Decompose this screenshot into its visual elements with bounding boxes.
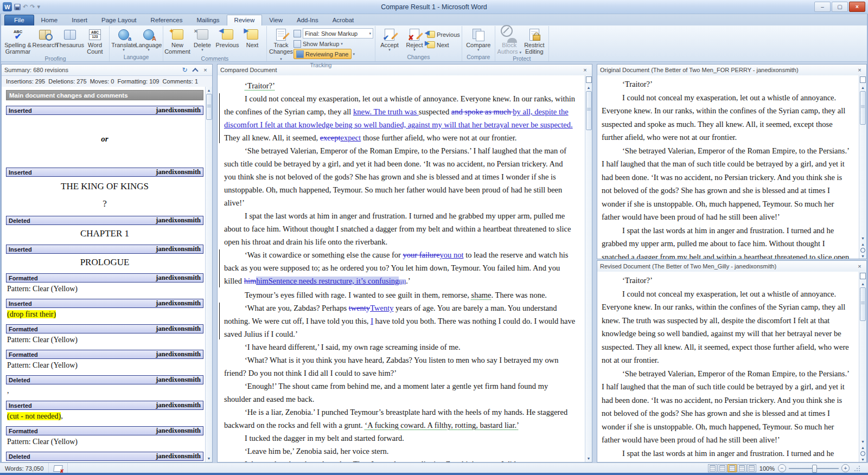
scrollbar-thumb[interactable] <box>860 91 866 125</box>
zoom-in-button[interactable]: + <box>841 464 850 472</box>
compare-button[interactable]: Compare ▾ <box>464 27 493 52</box>
scroll-down-icon[interactable]: ▼ <box>585 455 592 462</box>
tab-mailings[interactable]: Mailings <box>189 15 226 25</box>
proofing-status[interactable] <box>49 463 68 473</box>
print-layout-view-button[interactable] <box>708 464 717 472</box>
scroll-down-icon[interactable]: ▼ <box>859 438 866 445</box>
display-for-review-combo[interactable]: Final: Show Markup ▾ <box>303 28 373 38</box>
revision-item[interactable]: InsertedjanedixonsmithTHE KING OF KINGS? <box>6 168 203 209</box>
tab-home[interactable]: Home <box>34 15 65 25</box>
tab-acrobat[interactable]: Acrobat <box>326 15 361 25</box>
tab-review[interactable]: Review <box>227 15 263 25</box>
browse-object-icon[interactable] <box>860 273 866 279</box>
new-comment-button[interactable]: ✦ New Comment <box>165 27 190 55</box>
undo-icon[interactable]: ↶ <box>23 4 28 10</box>
resize-grip[interactable] <box>854 465 860 472</box>
research-button[interactable]: Research <box>33 27 58 49</box>
summary-close-icon[interactable]: × <box>201 66 209 74</box>
revision-item[interactable]: FormattedjanedixonsmithPattern: Clear (Y… <box>6 426 203 446</box>
maximize-button[interactable]: ▢ <box>832 2 848 12</box>
scrollbar-thumb[interactable] <box>586 91 592 130</box>
scrollbar-thumb[interactable] <box>860 287 866 321</box>
translate-button[interactable]: a Translate ▾ <box>111 27 136 52</box>
revision-item[interactable]: FormattedjanedixonsmithPattern: Clear (Y… <box>6 350 203 370</box>
tab-page-layout[interactable]: Page Layout <box>94 15 144 25</box>
reviewing-pane-button[interactable]: Reviewing Pane ▾ <box>293 49 373 59</box>
revision-item[interactable]: Deletedjanedixonsmith, <box>6 375 203 395</box>
revised-scrollbar[interactable]: ▲ ▼ ▲ ▼ <box>859 272 866 462</box>
tab-add-ins[interactable]: Add-Ins <box>290 15 326 25</box>
previous-change-button[interactable]: ◀ Previous <box>427 30 460 39</box>
scroll-down-icon[interactable]: ▼ <box>859 235 866 242</box>
tab-file[interactable]: File <box>4 15 34 25</box>
block-authors-button[interactable]: Block Authors ▾ <box>497 27 522 55</box>
revision-item[interactable]: DeletedjanedixonsmithCHAPTER 1 <box>6 216 203 239</box>
select-browse-object-icon[interactable] <box>860 451 865 456</box>
spelling-grammar-button[interactable]: ABC ✔ Spelling & Grammar <box>3 27 33 55</box>
refresh-icon[interactable]: ↻ <box>181 66 189 74</box>
compared-document-body[interactable]: ‘Traitor?’I could not conceal my exasper… <box>218 75 585 462</box>
minimize-button[interactable]: – <box>814 2 831 12</box>
next-comment-button[interactable]: ▶ Next <box>240 27 265 49</box>
close-button[interactable]: × <box>849 2 865 12</box>
scroll-up-icon[interactable]: ▲ <box>206 87 213 94</box>
group-language: a Translate ▾ A Language ▾ Language <box>110 26 163 61</box>
scroll-up-icon[interactable]: ▲ <box>859 280 866 287</box>
previous-page-icon[interactable]: ▲ <box>859 445 866 450</box>
next-page-icon[interactable]: ▼ <box>859 254 866 259</box>
zoom-slider-thumb[interactable] <box>812 465 817 473</box>
zoom-out-button[interactable]: − <box>778 464 786 472</box>
scroll-down-icon[interactable]: ▼ <box>206 455 213 462</box>
summary-scrollbar[interactable]: ▲ ▼ <box>205 87 212 462</box>
web-layout-view-button[interactable] <box>727 464 737 472</box>
revised-document-body[interactable]: ‘Traitor?’I could not conceal my exasper… <box>597 272 859 462</box>
full-screen-reading-view-button[interactable] <box>718 464 727 472</box>
save-icon[interactable] <box>14 4 21 10</box>
revision-item[interactable]: Insertedjanedixonsmithor <box>6 106 203 162</box>
scroll-up-icon[interactable]: ▲ <box>859 84 866 91</box>
qat-dropdown-icon[interactable]: ▾ <box>37 4 40 10</box>
track-changes-button[interactable]: Track Changes ▾ <box>269 27 293 62</box>
zoom-slider[interactable] <box>789 468 839 469</box>
original-document-body[interactable]: ‘Traitor?’I could not conceal my exasper… <box>597 75 859 259</box>
restrict-editing-button[interactable]: Restrict Editing <box>522 27 547 55</box>
word-logo-icon[interactable]: W <box>3 2 12 11</box>
reject-button[interactable]: ✘ Reject ▾ <box>402 27 427 52</box>
browse-object-icon[interactable] <box>586 76 592 83</box>
accept-button[interactable]: ✔ Accept ▾ <box>377 27 402 52</box>
scrollbar-thumb[interactable] <box>206 94 212 120</box>
show-markup-button[interactable]: Show Markup ▾ <box>293 39 373 48</box>
revision-item[interactable]: FormattedjanedixonsmithPattern: Clear (Y… <box>6 273 203 293</box>
draft-view-button[interactable] <box>747 464 756 472</box>
language-button[interactable]: A Language ▾ <box>136 27 161 52</box>
revision-item[interactable]: Deletedjanedixonsmith. <box>6 452 203 462</box>
tab-references[interactable]: References <box>144 15 190 25</box>
word-count-button[interactable]: ABC123 Word Count <box>82 27 107 55</box>
original-close-icon[interactable]: × <box>856 66 864 74</box>
delete-comment-button[interactable]: × Delete ▾ <box>190 27 215 52</box>
browse-object-icon[interactable] <box>860 76 866 83</box>
revision-item[interactable]: Insertedjanedixonsmith(cut - not needed)… <box>6 401 203 421</box>
revision-item[interactable]: FormattedjanedixonsmithPattern: Clear (Y… <box>6 324 203 344</box>
tab-insert[interactable]: Insert <box>65 15 94 25</box>
previous-page-icon[interactable]: ▲ <box>859 242 866 247</box>
redo-icon[interactable]: ↷ <box>30 4 35 10</box>
zoom-level[interactable]: 100% <box>760 465 775 472</box>
thesaurus-button[interactable]: Thesaurus <box>58 27 82 49</box>
paragraph: ‘I have heard different,’ I said, my own… <box>224 341 576 354</box>
revision-item[interactable]: InsertedjanedixonsmithPROLOGUE <box>6 245 203 268</box>
revision-item[interactable]: Insertedjanedixonsmith(drop first their) <box>6 299 203 319</box>
word-count-status[interactable]: Words: 73,050 <box>0 463 49 473</box>
outline-view-button[interactable] <box>737 464 746 472</box>
select-browse-object-icon[interactable] <box>860 248 865 253</box>
next-change-button[interactable]: ▶ Next <box>427 40 460 49</box>
compared-close-icon[interactable]: × <box>581 66 589 74</box>
scroll-up-icon[interactable]: ▲ <box>585 84 592 91</box>
collapse-icon[interactable] <box>191 66 199 74</box>
revised-close-icon[interactable]: × <box>856 262 864 271</box>
tab-view[interactable]: View <box>262 15 290 25</box>
next-page-icon[interactable]: ▼ <box>859 457 866 462</box>
original-scrollbar[interactable]: ▲ ▼ ▲ ▼ <box>859 75 866 259</box>
compared-scrollbar[interactable]: ▲ ▼ <box>585 75 592 462</box>
previous-comment-button[interactable]: ◀ Previous <box>215 27 240 49</box>
